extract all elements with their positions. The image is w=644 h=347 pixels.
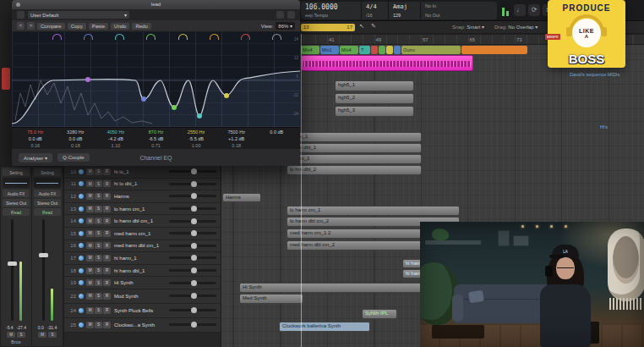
prev-preset-button[interactable]: < (17, 22, 25, 30)
track-volume-slider[interactable] (169, 195, 216, 197)
playhead[interactable] (301, 34, 302, 347)
eq-band-readout[interactable]: 2550 Hz-5.5 dB1.00 (176, 129, 216, 148)
lcd-position[interactable]: 106.0000 eep Tempo (301, 2, 362, 19)
midi-region[interactable]: hgh5_1 (335, 80, 414, 91)
track-volume-slider[interactable] (169, 295, 216, 297)
more-options-icon[interactable] (287, 11, 295, 19)
band-q[interactable]: 0.71 (136, 142, 177, 148)
output-slot[interactable]: Stereo Out (34, 199, 61, 207)
arrangement-marker[interactable]: Outro (401, 46, 461, 54)
eq-band-handle[interactable] (141, 96, 146, 102)
save-preset-icon[interactable] (276, 11, 284, 19)
track-input-icon[interactable] (79, 207, 84, 212)
midi-region[interactable]: lo harm cm_1 (287, 206, 460, 216)
lcd-key-tempo[interactable]: Amaj 129 (389, 2, 421, 19)
band-frequency[interactable]: 3280 Hz (56, 129, 96, 135)
track-volume-slider[interactable] (169, 170, 216, 173)
eq-band-icon[interactable] (272, 34, 281, 40)
band-gain[interactable]: -6.5 dB (136, 135, 177, 142)
band-gain[interactable]: 0.0 dB (15, 135, 56, 142)
track-input-icon[interactable] (79, 218, 84, 223)
eq-thumbnail[interactable] (3, 178, 30, 188)
eq-band-handle[interactable] (197, 113, 202, 118)
track-header-row[interactable]: 15MSRmed harm cm_1 (64, 228, 221, 240)
band-frequency[interactable]: 7500 Hz (216, 129, 257, 135)
track-name[interactable]: Harms (114, 194, 169, 199)
band-q[interactable]: 1.10 (96, 142, 136, 148)
track-header-row[interactable]: 10MSRhi lo_1 (64, 166, 221, 179)
solo-button[interactable]: S (95, 230, 102, 237)
record-enable-button[interactable]: R (103, 218, 111, 224)
record-enable-button[interactable]: R (103, 267, 111, 274)
audio-fx-slot[interactable]: Audio FX (3, 190, 30, 197)
track-volume-slider[interactable] (169, 282, 216, 284)
band-frequency[interactable]: 870 Hz (136, 129, 177, 135)
track-input-icon[interactable] (79, 256, 84, 261)
drag-menu[interactable]: Drag: No Overlap ▾ (494, 24, 538, 30)
solo-button[interactable]: S (95, 168, 102, 175)
track-name[interactable]: Hi Synth (114, 280, 169, 285)
track-header-row[interactable]: 17MSRhi harm_1 (64, 252, 221, 265)
arrangement-marker[interactable]: Mix4 (301, 46, 319, 54)
arrangement-marker[interactable] (371, 46, 378, 54)
track-volume-slider[interactable] (169, 245, 216, 247)
mute-button[interactable]: M (86, 180, 94, 187)
eq-band-readout[interactable]: 7500 Hz+1.2 dB0.18 (216, 129, 257, 148)
track-name[interactable]: hi lo dbl_1 (114, 181, 169, 186)
lcd-time-signature[interactable]: 4/4 /16 (362, 2, 389, 19)
track-header-row[interactable]: 12MSRHarms (64, 190, 221, 203)
track-input-icon[interactable] (79, 231, 84, 236)
eq-band-icon[interactable] (241, 34, 250, 40)
track-name[interactable]: hi lo_1 (114, 169, 169, 174)
eq-band-icon[interactable] (52, 34, 62, 40)
band-frequency[interactable]: 4050 Hz (96, 129, 136, 135)
midi-region[interactable]: Clockwork ballerina Synth (279, 322, 370, 332)
solo-button[interactable]: S (95, 242, 102, 249)
midi-region[interactable]: Hi Synth (239, 283, 423, 293)
eq-band-readout[interactable]: 4050 Hz-4.2 dB1.10 (96, 129, 136, 148)
audio-region-lead[interactable] (301, 55, 473, 71)
next-preset-button[interactable]: > (27, 22, 35, 30)
volume-fader[interactable] (32, 216, 63, 324)
track-input-icon[interactable] (79, 181, 84, 186)
track-volume-slider[interactable] (169, 183, 216, 185)
mute-button[interactable]: M (86, 218, 94, 224)
midi-region[interactable]: lo hm dbl_1 (287, 143, 422, 153)
midi-region[interactable]: SyNth IPL (362, 309, 397, 319)
eq-band-icon[interactable] (84, 34, 93, 40)
band-gain[interactable]: 0.0 dB (56, 135, 96, 142)
record-enable-button[interactable]: R (103, 168, 111, 175)
track-name[interactable]: lo harm cm_1 (114, 207, 169, 212)
track-header-row[interactable]: 18MSRhi harm dbl_1 (64, 265, 221, 278)
mute-button[interactable]: M (7, 332, 15, 338)
arrangement-marker[interactable] (386, 46, 393, 54)
automation-mode-button[interactable]: Read (34, 208, 61, 216)
mute-button[interactable]: M (86, 279, 94, 286)
arrangement-marker[interactable] (379, 46, 385, 54)
record-enable-button[interactable]: R (103, 180, 111, 187)
eq-band-icon[interactable] (210, 34, 219, 40)
track-input-icon[interactable] (79, 308, 84, 313)
eq-band-readout[interactable]: 75.0 Hz0.0 dB0.16 (15, 129, 56, 148)
mute-button[interactable]: M (38, 332, 46, 338)
arrangement-marker[interactable]: T (359, 46, 370, 54)
solo-button[interactable]: S (95, 267, 102, 274)
automation-mode-button[interactable]: Read (3, 208, 30, 216)
track-input-icon[interactable] (79, 280, 84, 285)
close-icon[interactable] (16, 3, 20, 7)
plugin-title-bar[interactable]: lead (12, 0, 300, 9)
eq-band-readout[interactable]: 870 Hz-6.5 dB0.71 (136, 129, 177, 148)
band-frequency[interactable]: 75.0 Hz (15, 129, 56, 135)
time-signature[interactable]: 4/4 (366, 3, 384, 10)
track-name[interactable]: hi harm dbl_1 (114, 268, 169, 273)
track-name[interactable]: hi harm_1 (114, 256, 169, 261)
arrangement-marker[interactable]: Mix4 (340, 46, 358, 54)
track-input-icon[interactable] (79, 268, 84, 273)
record-enable-button[interactable]: R (103, 322, 111, 328)
sidechain-icon[interactable] (17, 11, 25, 19)
record-enable-button[interactable]: R (103, 279, 111, 286)
track-header-row[interactable]: 24MSRSynth Pluck Bells (64, 304, 221, 318)
track-name[interactable]: Mod Synth (114, 294, 169, 299)
band-gain[interactable]: -4.2 dB (96, 135, 136, 142)
mute-button[interactable]: M (86, 168, 94, 175)
